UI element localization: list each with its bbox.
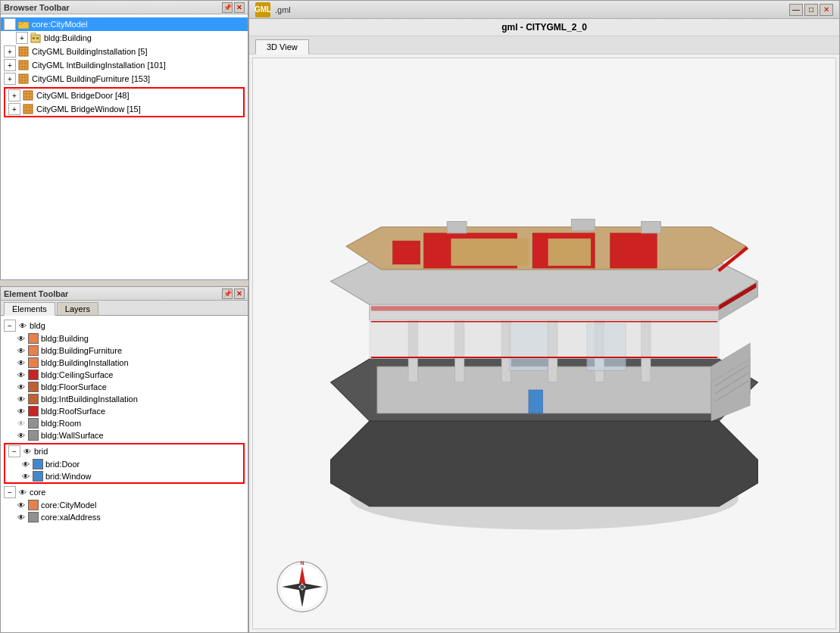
expander-bridgewindow[interactable]: + [8,103,20,115]
expander-bridgedoor[interactable]: + [8,89,20,101]
browser-toolbar-pin[interactable]: 📌 [222,2,233,13]
tree-item-elem-floorsurface[interactable]: 👁 bldg:FloorSurface [1,381,248,393]
svg-marker-35 [377,366,711,413]
eye-icon-elem-roofsurface[interactable]: 👁 [16,406,27,416]
eye-icon-elem-floorsurface[interactable]: 👁 [16,382,27,392]
element-toolbar-controls: 📌 ✕ [222,288,245,299]
eye-icon-elem-intbuildinginstallation[interactable]: 👁 [16,394,27,404]
svg-rect-2 [31,35,40,42]
tree-item-elem-intbuildinginstallation[interactable]: 👁 bldg:IntBuildingInstallation [1,393,248,405]
tree-item-elem-buildingfurniture[interactable]: 👁 bldg:BuildingFurniture [1,345,248,357]
label-elem-intbuildinginstallation: bldg:IntBuildingInstallation [41,394,138,404]
tree-item-brid-group[interactable]: − 👁 brid [5,444,243,458]
tab-layers[interactable]: Layers [57,302,98,315]
grid-icon-3 [17,73,30,85]
tab-elements[interactable]: Elements [4,302,55,316]
expander-bldg[interactable]: − [4,320,16,332]
svg-rect-1 [18,22,23,24]
expander-brid[interactable]: − [8,445,20,457]
eye-icon-elem-door[interactable]: 👁 [20,459,31,469]
close-button[interactable]: ✕ [820,4,833,16]
tree-item-elem-window[interactable]: 👁 brid:Window [5,470,243,482]
svg-rect-48 [548,239,591,266]
eye-icon-elem-buildingfurniture[interactable]: 👁 [16,345,27,356]
main-layout: Browser Toolbar 📌 ✕ − core:Cit [0,0,840,633]
elem-icon-room [28,418,39,429]
browser-toolbar-titlebar: Browser Toolbar 📌 ✕ [1,1,248,14]
elem-icon-wallsurface [28,430,39,441]
svg-rect-4 [36,37,39,39]
eye-icon-elem-buildinginstallation[interactable]: 👁 [16,357,27,368]
eye-icon-brid[interactable]: 👁 [22,446,33,457]
label-elem-floorsurface: bldg:FloorSurface [41,382,107,391]
element-toolbar-close[interactable]: ✕ [234,288,245,299]
section-divider [0,280,248,283]
tree-item-core-group[interactable]: − 👁 core [1,485,248,499]
brid-highlight-group: − 👁 brid 👁 brid:Door 👁 brid:Win [4,443,245,484]
eye-icon-bldg[interactable]: 👁 [17,320,28,331]
tree-item-elem-ceilingsurface[interactable]: 👁 bldg:CeilingSurface [1,369,248,381]
expander-core[interactable]: − [4,486,16,498]
view-tabs: 3D View [249,36,839,55]
tab-3d-view[interactable]: 3D View [255,39,309,55]
label-intbuildinginstallation: CityGML IntBuildingInstallation [101] [32,61,166,70]
label-elem-door: brid:Door [45,460,80,469]
grid-icon-4 [22,89,34,101]
tree-item-intbuildinginstallation[interactable]: + CityGML IntBuildingInstallation [101] [1,58,248,72]
tree-item-building[interactable]: + bldg:Building [1,31,248,45]
tree-item-elem-roofsurface[interactable]: 👁 bldg:RoofSurface [1,405,248,417]
tree-item-elem-wallsurface[interactable]: 👁 bldg:WallSurface [1,429,248,441]
svg-text:N: N [300,560,304,566]
tree-item-buildinginstallation[interactable]: + CityGML BuildingInstallation [5] [1,45,248,58]
label-buildinginstallation: CityGML BuildingInstallation [5] [32,47,147,56]
label-elem-roofsurface: bldg:RoofSurface [41,407,105,416]
label-bldg-group: bldg [30,321,45,330]
label-building: bldg:Building [44,33,92,42]
eye-icon-elem-xaladdress[interactable]: 👁 [16,512,27,522]
eye-icon-core[interactable]: 👁 [17,487,28,497]
label-brid-group: brid [34,447,48,456]
expander-intbuildinginstallation[interactable]: + [4,59,16,71]
compass: N [276,560,329,613]
expander-building[interactable]: + [16,32,28,44]
tree-item-elem-room[interactable]: 👁 bldg:Room [1,417,248,429]
svg-rect-6 [19,47,28,56]
tree-item-bridgedoor[interactable]: + CityGML BridgeDoor [48] [5,89,243,102]
app-title-left: GML .gml [255,2,291,17]
tree-item-bridgewindow[interactable]: + CityGML BridgeWindow [15] [5,102,243,116]
eye-icon-elem-room[interactable]: 👁 [16,418,27,429]
minimize-button[interactable]: — [789,4,803,16]
label-bridgedoor: CityGML BridgeDoor [48] [36,91,129,100]
tree-item-elem-xaladdress[interactable]: 👁 core:xalAddress [1,511,248,523]
tree-item-elem-door[interactable]: 👁 brid:Door [5,458,243,470]
building-icon [30,32,42,44]
label-elem-corecitymodel: core:CityModel [41,500,96,510]
eye-icon-elem-ceilingsurface[interactable]: 👁 [16,370,27,380]
label-buildingfurniture: CityGML BuildingFurniture [153] [32,74,150,83]
tree-item-buildingfurniture[interactable]: + CityGML BuildingFurniture [153] [1,72,248,86]
eye-icon-elem-wallsurface[interactable]: 👁 [16,430,27,441]
expander-buildingfurniture[interactable]: + [4,73,16,85]
browser-toolbar-close[interactable]: ✕ [234,2,245,13]
eye-icon-elem-corecitymodel[interactable]: 👁 [16,500,27,510]
tree-item-elem-corecitymodel[interactable]: 👁 core:CityModel [1,499,248,511]
tree-item-bldg-group[interactable]: − 👁 bldg [1,319,248,332]
eye-icon-elem-window[interactable]: 👁 [20,471,31,482]
viewport-3d[interactable]: N [252,58,836,629]
restore-button[interactable]: □ [804,4,818,16]
elem-icon-door [33,459,43,469]
label-bridgewindow: CityGML BridgeWindow [15] [36,104,141,114]
tree-item-elem-building[interactable]: 👁 bldg:Building [1,332,248,345]
expander-citymodel[interactable]: − [4,18,16,30]
tree-item-citymodel[interactable]: − core:CityModel [1,17,248,31]
label-elem-ceilingsurface: bldg:CeilingSurface [41,370,113,379]
tree-item-elem-buildinginstallation[interactable]: 👁 bldg:BuildingInstallation [1,357,248,369]
elem-icon-window [33,471,43,482]
eye-icon-elem-building[interactable]: 👁 [16,333,27,344]
element-tab-bar: Elements Layers [1,301,248,316]
label-citymodel: core:CityModel [32,20,87,29]
element-toolbar-pin[interactable]: 📌 [222,288,233,299]
svg-rect-45 [610,233,657,268]
expander-buildinginstallation[interactable]: + [4,45,16,58]
app-logo: GML [255,2,270,17]
